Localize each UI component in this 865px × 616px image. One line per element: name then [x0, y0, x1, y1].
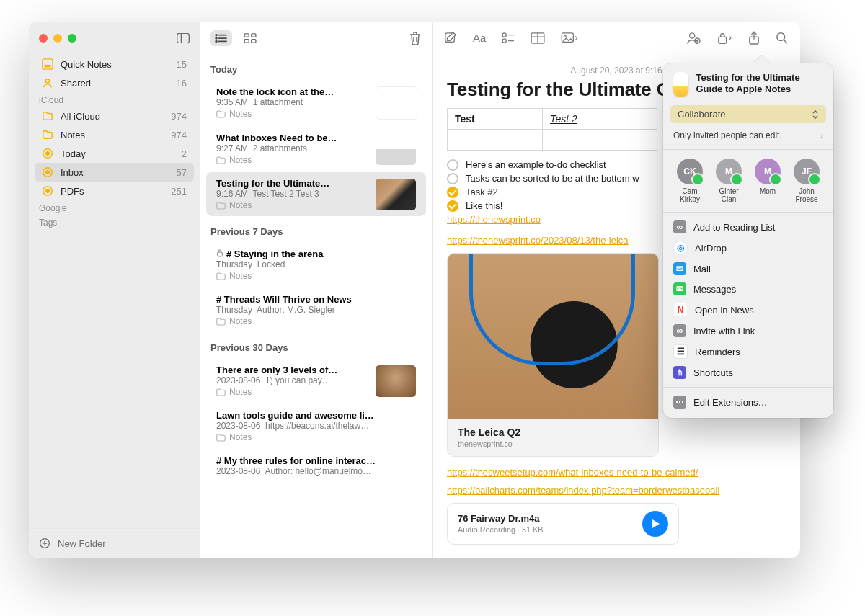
rem-icon: ☰ [673, 344, 688, 359]
checklist-text[interactable]: Task #2 [466, 187, 498, 197]
sidebar-item-label: Inbox [61, 167, 169, 178]
share-menu-rem[interactable]: ☰ Reminders [663, 341, 833, 362]
note-row[interactable]: # Staying in the arena Thursday Locked N… [206, 243, 426, 287]
toggle-sidebar-icon[interactable] [177, 33, 190, 43]
lock-icon[interactable] [717, 32, 732, 45]
sidebar-section-header[interactable]: Tags [29, 215, 200, 229]
card-subtitle: thenewsprint.co [458, 439, 513, 448]
svg-point-8 [46, 171, 49, 174]
sidebar-item-inbox[interactable]: Inbox 57 [35, 163, 194, 182]
sidebar-item-quick notes[interactable]: Quick Notes 15 [35, 55, 194, 73]
contact-name: John Froese [789, 187, 824, 203]
share-menu-readlist[interactable]: ∞ Add to Reading List [663, 217, 833, 237]
search-icon[interactable] [776, 32, 789, 45]
sidebar-item-count: 974 [171, 130, 187, 140]
share-mode-label: Collaborate [678, 109, 726, 120]
menu-item-label: Open in News [695, 305, 754, 316]
sidebar-item-all icloud[interactable]: All iCloud 974 [35, 107, 194, 125]
svg-rect-0 [177, 33, 190, 43]
note-table[interactable]: Test Test 2 [447, 108, 657, 151]
svg-point-17 [216, 35, 217, 36]
card-title: The Leica Q2 [458, 427, 520, 438]
close-window-icon[interactable] [39, 34, 48, 43]
checkbox-icon[interactable] [447, 159, 458, 171]
table-cell[interactable]: Test 2 [543, 108, 657, 129]
sidebar-item-notes[interactable]: Notes 974 [35, 125, 194, 144]
list-group-header: Today [200, 55, 432, 79]
media-icon[interactable] [561, 32, 578, 44]
share-menu-airdrop[interactable]: ◎ AirDrop [663, 237, 833, 259]
share-menu-short[interactable]: ⋔ Shortcuts [663, 362, 833, 383]
note-row[interactable]: Note the lock icon at the… 9:35 AM 1 att… [206, 81, 426, 125]
note-row[interactable]: # My three rules for online interac… 202… [206, 450, 426, 482]
share-menu-msg[interactable]: ✉ Messages [663, 279, 833, 299]
note-row[interactable]: # Threads Will Thrive on News Thursday A… [206, 288, 426, 332]
menu-item-label: Shortcuts [693, 367, 733, 378]
share-mode-select[interactable]: Collaborate [670, 105, 826, 123]
edit-extensions-item[interactable]: ⋯ Edit Extensions… [663, 392, 833, 412]
note-row[interactable]: Testing for the Ultimate… 9:16 AM Test T… [206, 172, 426, 216]
link[interactable]: https://thenewsprint.co [447, 214, 541, 225]
link[interactable]: https://ballcharts.com/teams/index.php?t… [447, 485, 719, 496]
note-row[interactable]: Lawn tools guide and awesome li… 2023-08… [206, 404, 426, 448]
svg-rect-2 [43, 59, 53, 69]
checkbox-icon[interactable] [447, 187, 458, 198]
note-title: # Staying in the arena [216, 249, 368, 259]
checklist-text[interactable]: Here's an example to-do checklist [466, 159, 606, 170]
sidebar-item-today[interactable]: Today 2 [35, 144, 194, 163]
smart-icon [42, 148, 53, 159]
chevron-updown-icon [812, 110, 819, 120]
note-meta: 9:16 AM Test Test 2 Test 3 [216, 189, 368, 199]
share-contact[interactable]: M Ginter Clan [711, 159, 746, 203]
table-icon[interactable] [531, 32, 545, 44]
zoom-window-icon[interactable] [68, 34, 76, 43]
text-style-icon[interactable]: Aa [473, 32, 486, 44]
list-group-header: Previous 7 Days [200, 218, 432, 241]
menu-item-label: Mail [693, 264, 711, 274]
share-contact[interactable]: M Mom [750, 159, 785, 203]
svg-point-36 [564, 35, 567, 37]
list-toolbar [200, 22, 432, 55]
compose-icon[interactable] [444, 32, 457, 45]
share-permissions-row[interactable]: Only invited people can edit. › [663, 126, 833, 145]
audio-attachment[interactable]: 76 Fairway Dr.m4a Audio Recording · 51 K… [447, 503, 679, 545]
link[interactable]: https://thenewsprint.co/2023/08/13/the-l… [447, 235, 629, 246]
checklist-text[interactable]: Tasks can be sorted to be at the bottom … [466, 173, 639, 184]
checklist-text[interactable]: Like this! [466, 200, 502, 211]
avatar: M [755, 159, 781, 184]
checklist-icon[interactable] [502, 32, 515, 44]
checkbox-icon[interactable] [447, 173, 458, 184]
checkbox-icon[interactable] [447, 200, 458, 212]
share-icon[interactable] [748, 31, 760, 45]
share-menu-link[interactable]: ∞ Invite with Link [663, 321, 833, 341]
link-preview-card[interactable]: The Leica Q2thenewsprint.co [447, 253, 659, 457]
msg-icon: ✉ [673, 282, 686, 295]
note-title: Note the lock icon at the… [216, 86, 368, 97]
new-folder-button[interactable]: New Folder [29, 528, 200, 558]
note-folder: Notes [216, 271, 368, 281]
table-cell[interactable]: Test [448, 108, 543, 129]
share-contact[interactable]: JF John Froese [789, 159, 824, 203]
play-icon[interactable] [642, 511, 668, 537]
minimize-window-icon[interactable] [53, 34, 62, 43]
table-cell[interactable] [543, 129, 657, 150]
sidebar-item-pdfs[interactable]: PDFs 251 [35, 182, 194, 200]
sidebar-item-shared[interactable]: Shared 16 [35, 73, 194, 92]
window-controls[interactable] [39, 34, 76, 43]
note-row[interactable]: What Inboxes Need to be… 9:27 AM 2 attac… [206, 127, 426, 171]
table-cell[interactable] [448, 129, 543, 150]
share-menu-news[interactable]: N Open in News [663, 299, 833, 321]
trash-icon[interactable] [409, 31, 422, 45]
svg-point-18 [216, 37, 217, 39]
collaborate-icon[interactable] [686, 32, 701, 45]
gallery-view-icon[interactable] [244, 33, 257, 43]
share-menu-mail[interactable]: ✉ Mail [663, 259, 833, 279]
note-row[interactable]: There are only 3 levels of… 2023-08-06 1… [206, 359, 426, 403]
sidebar-section-header[interactable]: iCloud [29, 92, 200, 107]
link[interactable]: https://thesweetsetup.com/what-inboxes-n… [447, 467, 698, 478]
svg-rect-23 [252, 40, 256, 43]
list-view-icon[interactable] [210, 30, 232, 46]
share-contact[interactable]: CK Cam Kirkby [673, 159, 707, 203]
sidebar-section-header[interactable]: Google [29, 200, 200, 215]
chevron-right-icon: › [820, 131, 823, 140]
